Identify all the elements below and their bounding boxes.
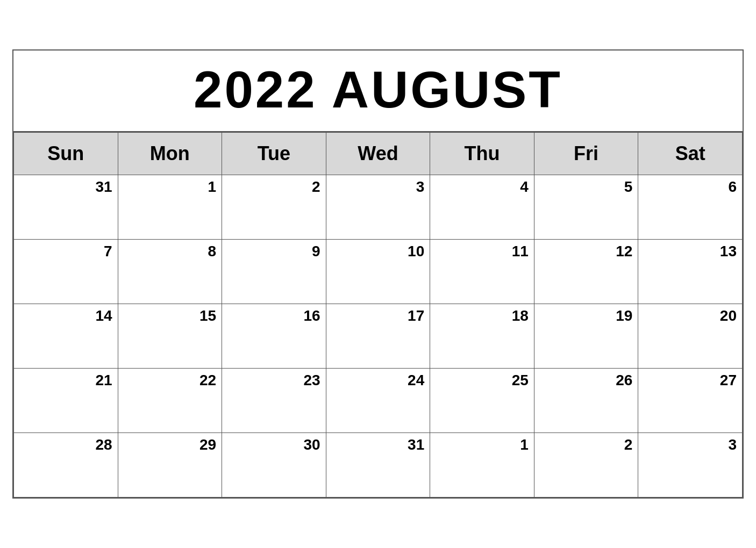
calendar-week-row: 78910111213 — [14, 240, 743, 304]
calendar-day[interactable]: 1 — [118, 175, 222, 240]
weekday-header-wed: Wed — [326, 133, 430, 175]
calendar-day[interactable]: 23 — [222, 369, 326, 433]
weekday-header-fri: Fri — [534, 133, 638, 175]
calendar-day[interactable]: 1 — [430, 433, 534, 497]
calendar-day[interactable]: 8 — [118, 240, 222, 304]
calendar-day[interactable]: 21 — [14, 369, 118, 433]
calendar-day[interactable]: 13 — [638, 240, 743, 304]
calendar-day[interactable]: 19 — [534, 304, 638, 369]
calendar-header: 2022 AUGUST — [13, 51, 743, 132]
calendar-day[interactable]: 3 — [326, 175, 430, 240]
weekday-header-sun: Sun — [14, 133, 118, 175]
calendar-day[interactable]: 20 — [638, 304, 743, 369]
calendar-day[interactable]: 30 — [222, 433, 326, 497]
calendar-day[interactable]: 22 — [118, 369, 222, 433]
calendar-week-row: 31123456 — [14, 175, 743, 240]
calendar-container: 2022 AUGUST SunMonTueWedThuFriSat 311234… — [12, 49, 744, 499]
calendar-week-row: 14151617181920 — [14, 304, 743, 369]
calendar-day[interactable]: 31 — [326, 433, 430, 497]
calendar-day[interactable]: 16 — [222, 304, 326, 369]
calendar-day[interactable]: 2 — [534, 433, 638, 497]
calendar-day[interactable]: 18 — [430, 304, 534, 369]
calendar-title: 2022 AUGUST — [194, 61, 562, 118]
calendar-day[interactable]: 4 — [430, 175, 534, 240]
calendar-day[interactable]: 25 — [430, 369, 534, 433]
calendar-day[interactable]: 24 — [326, 369, 430, 433]
calendar-day[interactable]: 5 — [534, 175, 638, 240]
calendar-day[interactable]: 14 — [14, 304, 118, 369]
calendar-day[interactable]: 27 — [638, 369, 743, 433]
calendar-grid: SunMonTueWedThuFriSat 311234567891011121… — [13, 132, 743, 497]
calendar-day[interactable]: 11 — [430, 240, 534, 304]
calendar-week-row: 28293031123 — [14, 433, 743, 497]
weekday-header-mon: Mon — [118, 133, 222, 175]
calendar-week-row: 21222324252627 — [14, 369, 743, 433]
calendar-day[interactable]: 17 — [326, 304, 430, 369]
calendar-day[interactable]: 9 — [222, 240, 326, 304]
calendar-day[interactable]: 3 — [638, 433, 743, 497]
weekday-header-tue: Tue — [222, 133, 326, 175]
calendar-day[interactable]: 26 — [534, 369, 638, 433]
calendar-day[interactable]: 29 — [118, 433, 222, 497]
calendar-day[interactable]: 31 — [14, 175, 118, 240]
calendar-day[interactable]: 10 — [326, 240, 430, 304]
weekday-header-sat: Sat — [638, 133, 743, 175]
calendar-day[interactable]: 2 — [222, 175, 326, 240]
calendar-day[interactable]: 12 — [534, 240, 638, 304]
weekday-header-thu: Thu — [430, 133, 534, 175]
calendar-body: 3112345678910111213141516171819202122232… — [14, 175, 743, 497]
weekday-header-row: SunMonTueWedThuFriSat — [14, 133, 743, 175]
calendar-day[interactable]: 7 — [14, 240, 118, 304]
calendar-day[interactable]: 6 — [638, 175, 743, 240]
calendar-day[interactable]: 15 — [118, 304, 222, 369]
calendar-day[interactable]: 28 — [14, 433, 118, 497]
